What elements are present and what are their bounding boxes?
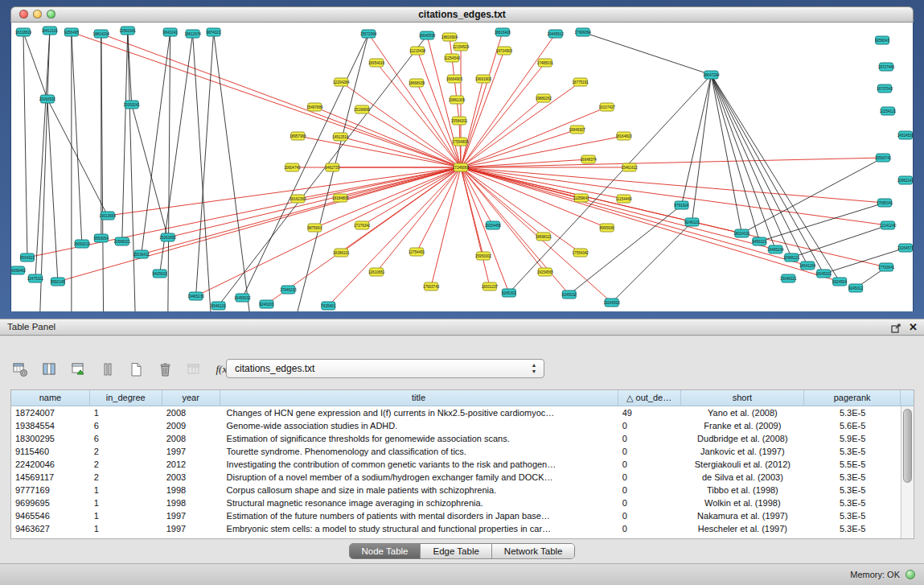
graph-node[interactable]: 9874321 bbox=[207, 28, 221, 36]
graph-node[interactable]: 9593054 bbox=[94, 234, 109, 242]
graph-node[interactable]: 11254543 bbox=[444, 54, 460, 62]
graph-node[interactable]: 9546120 bbox=[211, 302, 226, 310]
graph-node[interactable]: 17703641 bbox=[878, 263, 895, 271]
graph-node[interactable]: 16162360 bbox=[290, 195, 306, 203]
table-cell[interactable]: 0 bbox=[618, 509, 681, 522]
table-cell[interactable]: Tibbo et al. (1998) bbox=[681, 484, 805, 496]
graph-node[interactable]: 13264571 bbox=[897, 244, 913, 252]
table-selector-dropdown[interactable]: citations_edges.txt ▲▼ bbox=[226, 359, 544, 378]
table-cell[interactable]: 2 bbox=[90, 458, 162, 471]
graph-node[interactable]: 19465204 bbox=[767, 245, 784, 253]
network-view-canvas[interactable]: 1724906918301237179037431261065118396101… bbox=[10, 23, 914, 311]
table-cell[interactable]: 0 bbox=[618, 432, 681, 445]
table-cell[interactable]: 18300295 bbox=[11, 432, 90, 445]
table-cell[interactable]: 9465546 bbox=[11, 509, 90, 522]
table-row[interactable]: 946554611997Estimation of the future num… bbox=[11, 509, 901, 522]
graph-node[interactable]: 9245012 bbox=[848, 284, 863, 292]
table-cell[interactable]: 0 bbox=[618, 471, 681, 484]
table-row[interactable]: 969969511998Structural magnetic resonanc… bbox=[11, 496, 901, 509]
graph-node[interactable]: 14512514 bbox=[332, 133, 349, 141]
graph-node[interactable]: 12475321 bbox=[27, 274, 44, 282]
close-window-button[interactable] bbox=[19, 10, 28, 19]
new-table-button[interactable] bbox=[125, 360, 147, 380]
scrollbar-thumb[interactable] bbox=[903, 409, 912, 483]
tab-node-table[interactable]: Node Table bbox=[350, 544, 421, 558]
table-cell[interactable]: de Silva et al. (2003) bbox=[681, 471, 805, 484]
graph-node[interactable]: 18814204 bbox=[93, 30, 110, 38]
table-row[interactable]: 2242004622012Investigating the contribut… bbox=[11, 458, 901, 471]
table-cell[interactable]: 0 bbox=[618, 496, 681, 509]
table-cell[interactable]: 0 bbox=[618, 484, 681, 496]
table-cell[interactable]: Yano et al. (2008) bbox=[681, 406, 805, 419]
minimize-window-button[interactable] bbox=[33, 10, 42, 19]
graph-node[interactable]: 10604743 bbox=[284, 163, 301, 171]
graph-node[interactable]: 18668039 bbox=[409, 79, 425, 87]
table-cell[interactable]: 5.3E-5 bbox=[804, 484, 901, 496]
table-cell[interactable]: 2012 bbox=[162, 458, 220, 471]
table-cell[interactable]: 9463627 bbox=[11, 522, 90, 535]
table-cell[interactable]: 18724007 bbox=[11, 406, 90, 419]
graph-node[interactable]: 17903743 bbox=[423, 282, 440, 290]
graph-node[interactable]: 18164823 bbox=[615, 132, 632, 140]
graph-node[interactable]: 12610651 bbox=[368, 268, 385, 276]
graph-node[interactable]: 9324504 bbox=[832, 278, 847, 286]
graph-node[interactable]: 9256495 bbox=[64, 28, 79, 36]
table-cell[interactable]: Estimation of the future numbers of pati… bbox=[220, 509, 618, 522]
table-cell[interactable]: Changes of HCN gene expression and I(f) … bbox=[220, 406, 618, 419]
table-row[interactable]: 1456911722003Disruption of a novel membe… bbox=[11, 471, 901, 484]
graph-node[interactable]: 9456321 bbox=[752, 237, 766, 245]
delete-table-button[interactable] bbox=[154, 360, 176, 380]
graph-node[interactable]: 15497889 bbox=[306, 103, 323, 111]
graph-node[interactable]: 15584201 bbox=[451, 117, 468, 125]
table-cell[interactable]: 9699695 bbox=[11, 496, 90, 509]
table-cell[interactable]: Corpus callosum shape and size in male p… bbox=[220, 484, 618, 496]
graph-node[interactable]: 16647294 bbox=[703, 71, 720, 79]
table-cell[interactable]: 9115460 bbox=[11, 445, 90, 458]
graph-node[interactable]: 15461612 bbox=[621, 163, 638, 171]
table-cell[interactable]: 1997 bbox=[162, 522, 220, 535]
graph-node[interactable]: 9245032 bbox=[562, 290, 577, 299]
graph-node[interactable]: 11215438 bbox=[409, 47, 425, 55]
graph-node[interactable]: 14524530 bbox=[897, 131, 913, 139]
table-cell[interactable]: 1 bbox=[90, 484, 162, 496]
table-cell[interactable]: 1 bbox=[90, 509, 162, 522]
graph-node[interactable]: 18957968 bbox=[290, 132, 306, 140]
column-header-out_de[interactable]: △ out_de… bbox=[618, 390, 681, 406]
table-cell[interactable]: Tourette syndrome. Phenomenology and cla… bbox=[220, 445, 618, 458]
table-row[interactable]: 1872400712008Changes of HCN gene express… bbox=[11, 406, 901, 419]
graph-node[interactable]: 15572364 bbox=[360, 30, 377, 38]
graph-node[interactable]: 10563341 bbox=[120, 27, 137, 35]
graph-node[interactable]: 19154456 bbox=[485, 221, 502, 229]
graph-node[interactable]: 9246123 bbox=[685, 218, 700, 226]
graph-node[interactable]: 18301237 bbox=[482, 282, 499, 290]
table-cell[interactable]: Estimation of significance thresholds fo… bbox=[220, 432, 618, 445]
show-columns-button[interactable] bbox=[39, 360, 60, 380]
close-panel-icon[interactable]: ✕ bbox=[909, 322, 918, 333]
table-cell[interactable]: 0 bbox=[618, 458, 681, 471]
table-cell[interactable]: 5.3E-5 bbox=[804, 496, 901, 509]
graph-node[interactable]: 16045321 bbox=[815, 270, 832, 278]
table-cell[interactable]: Structural magnetic resonance image aver… bbox=[220, 496, 618, 509]
graph-node[interactable]: 11154469 bbox=[616, 195, 632, 203]
table-cell[interactable]: 5.9E-5 bbox=[804, 432, 901, 445]
graph-node[interactable]: 16456032 bbox=[234, 294, 251, 302]
table-cell[interactable]: 2008 bbox=[162, 432, 220, 445]
graph-node[interactable]: 18727466 bbox=[878, 63, 895, 71]
table-cell[interactable]: 6 bbox=[90, 419, 162, 432]
table-cell[interactable]: 1 bbox=[90, 522, 162, 535]
graph-node[interactable]: 19861305 bbox=[449, 96, 466, 104]
graph-node[interactable]: 19154565 bbox=[537, 268, 554, 276]
table-cell[interactable]: 5.3E-5 bbox=[804, 509, 901, 522]
graph-node[interactable]: 19880262 bbox=[536, 94, 552, 102]
table-cell[interactable]: 0 bbox=[618, 445, 681, 458]
graph-node[interactable]: 7635401 bbox=[321, 302, 335, 310]
table-cell[interactable]: 19384554 bbox=[11, 419, 90, 432]
graph-node[interactable]: 18816904 bbox=[441, 33, 458, 41]
table-cell[interactable]: Investigating the contribution of common… bbox=[220, 458, 618, 471]
graph-node[interactable]: 18024031 bbox=[733, 229, 750, 237]
table-cell[interactable]: 1998 bbox=[162, 496, 220, 509]
table-cell[interactable]: Stergiakouli et al. (2012) bbox=[681, 458, 805, 471]
table-cell[interactable]: 2003 bbox=[162, 471, 220, 484]
graph-node[interactable]: 15046321 bbox=[780, 274, 797, 282]
graph-node[interactable]: 17554803 bbox=[452, 138, 469, 146]
